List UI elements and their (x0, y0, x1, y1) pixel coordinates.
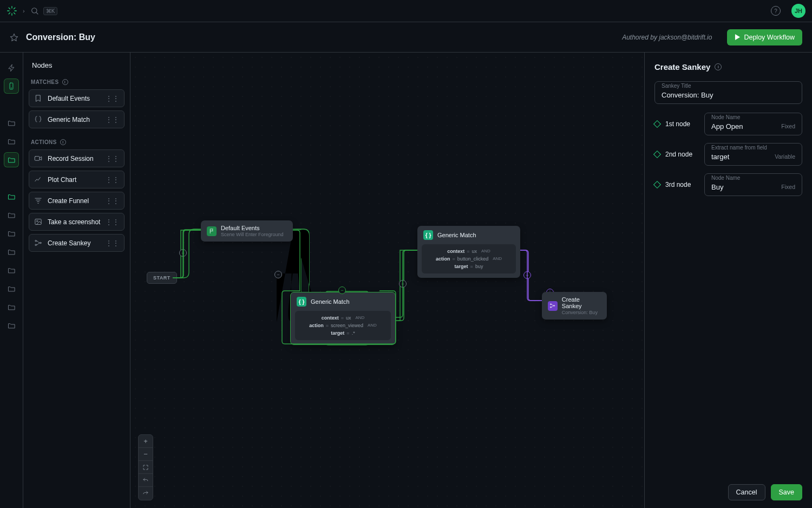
node-create-funnel[interactable]: Create Funnel ⋮⋮ (29, 192, 125, 210)
rail-folder-8[interactable] (4, 281, 19, 296)
node-label: Plot Chart (48, 176, 76, 184)
flow-node-generic-match-1[interactable]: { } Generic Match context=uxAND action=s… (290, 292, 396, 345)
workflow-canvas[interactable]: START Default Events Scene Will Enter Fo… (130, 53, 644, 508)
node-create-sankey[interactable]: Create Sankey ⋮⋮ (29, 234, 125, 252)
flow-node-title: Default Events (221, 225, 284, 231)
rail-folder-4[interactable] (4, 207, 19, 223)
rail-folder-2[interactable] (4, 134, 19, 149)
help-icon[interactable]: ? (771, 6, 781, 16)
page-header: Conversion: Buy Authored by jackson@bitd… (0, 22, 812, 53)
flow-node-default-events[interactable]: Default Events Scene Will Enter Foregrou… (201, 220, 293, 242)
sankey-node-row-1: 1st node Node Name Fixed (654, 113, 802, 135)
sankey-title-input[interactable] (662, 90, 795, 99)
diamond-icon (653, 151, 661, 158)
app-logo-icon[interactable] (6, 5, 17, 16)
svg-point-0 (31, 8, 36, 13)
rail-folder-3[interactable] (4, 189, 19, 204)
grip-icon: ⋮⋮ (106, 116, 120, 123)
info-icon[interactable]: i (62, 79, 68, 85)
braces-icon: { } (297, 297, 306, 307)
svg-point-5 (36, 220, 38, 222)
node-label: Create Funnel (48, 197, 89, 205)
node-name-input[interactable] (711, 121, 777, 131)
avatar[interactable]: JH (791, 4, 806, 18)
sankey-node-row-3: 3rd node Node Name Fixed (654, 173, 802, 196)
search-icon (30, 6, 39, 15)
conditions: context=uxAND action=screen_viewedAND ta… (295, 311, 391, 340)
rail-folder-1[interactable] (4, 115, 19, 131)
info-icon[interactable]: i (60, 139, 66, 145)
node-ordinal: 2nd node (665, 151, 699, 158)
chart-icon (34, 175, 42, 184)
node-plot-chart[interactable]: Plot Chart ⋮⋮ (29, 171, 125, 188)
node-label: Generic Match (48, 116, 90, 123)
matches-header: MATCHES i (31, 79, 125, 85)
play-icon (735, 34, 741, 40)
topbar: › ⌘K ? JH (0, 0, 812, 22)
rail-mobile-icon[interactable] (4, 79, 19, 94)
port-minus-icon[interactable]: − (399, 280, 407, 288)
rail-folder-active[interactable] (4, 152, 19, 167)
undo-button[interactable] (139, 474, 153, 487)
port-minus-icon[interactable]: − (179, 249, 187, 257)
star-icon[interactable] (10, 33, 18, 42)
bookmark-icon (34, 94, 42, 102)
zoom-in-button[interactable]: + (139, 435, 153, 448)
node-name-input[interactable] (711, 152, 770, 161)
zoom-out-button[interactable]: − (139, 448, 153, 461)
port-minus-icon[interactable]: − (523, 271, 531, 279)
rail-folder-10[interactable] (4, 318, 19, 333)
sankey-node-row-2: 2nd node Extract name from field Variabl… (654, 143, 802, 166)
node-type-tag: Fixed (781, 123, 795, 131)
node-label: Default Events (48, 95, 90, 102)
redo-button[interactable] (139, 487, 153, 500)
flow-node-generic-match-2[interactable]: { } Generic Match context=uxAND action=b… (417, 226, 520, 278)
rail-folder-7[interactable] (4, 263, 19, 278)
grip-icon: ⋮⋮ (106, 218, 120, 226)
rail-folder-6[interactable] (4, 244, 19, 259)
sankey-icon (548, 301, 558, 311)
node-default-events[interactable]: Default Events ⋮⋮ (29, 89, 125, 107)
funnel-icon (34, 197, 42, 205)
nodes-panel: Nodes MATCHES i Default Events ⋮⋮ Generi… (23, 53, 130, 508)
node-label: Record Session (48, 155, 94, 162)
properties-panel: Create Sankey i Sankey Title 1st node No… (644, 53, 812, 508)
grip-icon: ⋮⋮ (106, 176, 120, 184)
zoom-controls: + − (138, 434, 153, 500)
info-icon[interactable]: i (715, 63, 722, 70)
port-minus-icon[interactable]: − (338, 286, 346, 294)
page-title: Conversion: Buy (26, 32, 614, 42)
svg-rect-1 (10, 83, 13, 89)
node-name-input[interactable] (711, 182, 777, 191)
conditions: context=uxAND action=button_clickedAND t… (422, 244, 516, 273)
nodes-panel-title: Nodes (29, 61, 125, 69)
video-icon (34, 154, 42, 162)
zoom-fit-button[interactable] (139, 461, 153, 474)
deploy-workflow-button[interactable]: Deploy Workflow (727, 29, 802, 45)
rail-folder-9[interactable] (4, 299, 19, 315)
node-ordinal: 3rd node (665, 181, 699, 188)
sankey-title-field[interactable]: Sankey Title (654, 81, 802, 104)
svg-rect-3 (35, 157, 40, 161)
rail-folder-5[interactable] (4, 226, 19, 241)
image-icon (34, 218, 42, 226)
node-label: Take a screenshot (48, 218, 100, 226)
diamond-icon (653, 120, 661, 128)
svg-rect-4 (35, 219, 41, 225)
global-search[interactable]: ⌘K (30, 6, 58, 15)
sankey-icon (34, 239, 42, 247)
node-type-tag: Fixed (781, 184, 795, 191)
start-node[interactable]: START (147, 272, 177, 284)
cancel-button[interactable]: Cancel (728, 484, 765, 500)
node-generic-match[interactable]: Generic Match ⋮⋮ (29, 110, 125, 128)
flow-node-subtitle: Conversion: Buy (562, 310, 601, 315)
nav-rail (0, 53, 23, 508)
rail-bolt-icon[interactable] (4, 60, 19, 75)
flow-node-create-sankey[interactable]: Create Sankey Conversion: Buy (542, 292, 607, 320)
node-record-session[interactable]: Record Session ⋮⋮ (29, 149, 125, 167)
node-type-tag: Variable (775, 153, 795, 161)
save-button[interactable]: Save (771, 484, 803, 500)
grip-icon: ⋮⋮ (106, 197, 120, 205)
node-take-screenshot[interactable]: Take a screenshot ⋮⋮ (29, 213, 125, 231)
port-minus-icon[interactable]: − (274, 271, 282, 278)
